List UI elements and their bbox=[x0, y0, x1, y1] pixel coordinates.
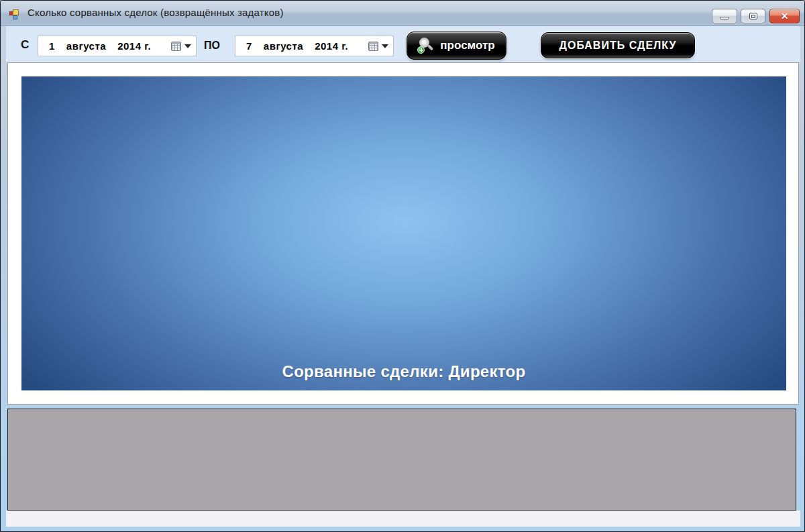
app-window: Сколько сорванных сделок (возвращённых з… bbox=[0, 0, 805, 532]
date-to-label: ПО bbox=[204, 40, 220, 52]
date-from-label: С bbox=[21, 38, 29, 52]
date-to-month: августа bbox=[264, 40, 303, 52]
date-to-picker[interactable]: 7 августа 2014 г. bbox=[235, 36, 394, 56]
search-plus-icon bbox=[418, 38, 434, 54]
calendar-icon bbox=[171, 42, 181, 51]
chevron-down-icon[interactable] bbox=[184, 44, 191, 48]
date-from-picker[interactable]: 1 августа 2014 г. bbox=[38, 36, 197, 56]
chevron-down-icon[interactable] bbox=[382, 44, 388, 48]
date-from-year: 2014 г. bbox=[117, 40, 151, 52]
maximize-icon bbox=[749, 13, 757, 19]
date-from-value: 1 августа 2014 г. bbox=[38, 40, 151, 52]
chart-container: Сорванные сделки: Директор bbox=[7, 62, 799, 405]
bottom-strip bbox=[6, 511, 800, 527]
minimize-icon bbox=[720, 17, 729, 19]
toolbar: С 1 августа 2014 г. ПО 7 августа 2014 г. bbox=[6, 26, 800, 62]
app-icon bbox=[9, 9, 21, 19]
data-grid-panel bbox=[7, 409, 796, 511]
maximize-button[interactable] bbox=[741, 9, 765, 23]
date-to-value: 7 августа 2014 г. bbox=[235, 40, 348, 52]
close-icon: ✕ bbox=[781, 11, 789, 21]
date-to-day: 7 bbox=[246, 40, 252, 52]
view-button[interactable]: просмотр bbox=[407, 32, 506, 60]
date-from-day: 1 bbox=[49, 40, 55, 52]
view-button-label: просмотр bbox=[440, 39, 494, 52]
add-deal-button-label: ДОБАВИТЬ СДЕЛКУ bbox=[559, 40, 677, 52]
chart-area: Сорванные сделки: Директор bbox=[21, 76, 786, 390]
window-title: Сколько сорванных сделок (возвращённых з… bbox=[28, 7, 284, 18]
title-bar: Сколько сорванных сделок (возвращённых з… bbox=[1, 1, 804, 26]
date-from-month: августа bbox=[66, 40, 106, 52]
minimize-button[interactable] bbox=[712, 9, 737, 23]
close-button[interactable]: ✕ bbox=[769, 9, 800, 23]
calendar-icon bbox=[368, 42, 378, 51]
chart-title: Сорванные сделки: Директор bbox=[21, 362, 786, 381]
date-to-year: 2014 г. bbox=[315, 40, 348, 52]
add-deal-button[interactable]: ДОБАВИТЬ СДЕЛКУ bbox=[541, 32, 695, 58]
